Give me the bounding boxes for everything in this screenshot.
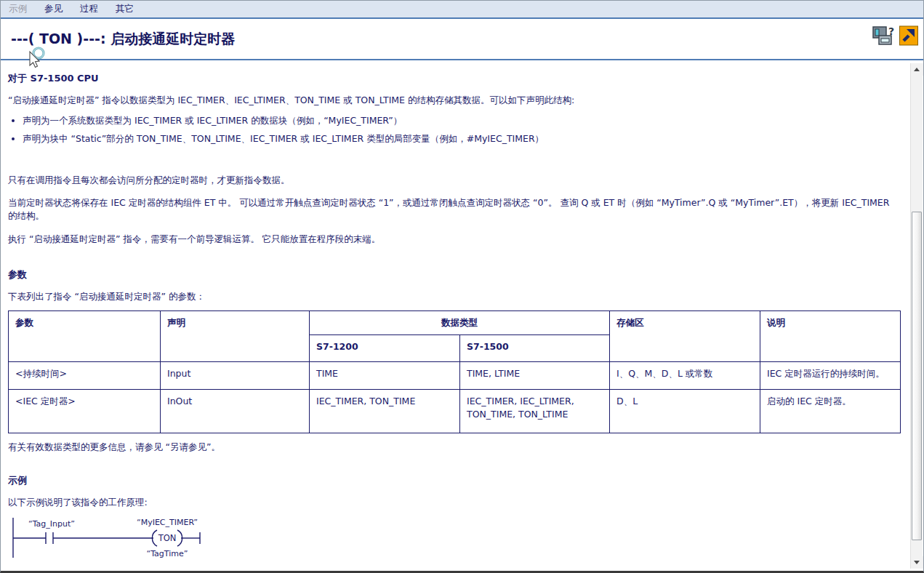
ton-coil: TON [152, 530, 182, 546]
cell-declaration: Input [161, 361, 310, 389]
menu-bar: 示例 参见 过程 其它 [1, 1, 923, 19]
list-item: 声明为块中 “Static”部分的 TON_TIME、TON_LTIME、IEC… [23, 132, 901, 145]
col-header-param: 参数 [9, 310, 161, 361]
title-icons: ? [871, 25, 918, 47]
col-header-memory: 存储区 [610, 310, 760, 361]
cell-param: <IEC 定时器> [9, 389, 161, 433]
col-header-description: 说明 [760, 310, 901, 361]
menu-item-procedure[interactable]: 过程 [80, 3, 98, 15]
cell-s7-1200: TIME [310, 361, 460, 389]
scroll-up-button[interactable] [911, 63, 923, 76]
coil-label-top: “MyIEC_TIMER” [137, 518, 198, 527]
menu-item-other[interactable]: 其它 [116, 3, 134, 15]
declaration-list: 声明为一个系统数据类型为 IEC_TIMER 或 IEC_LTIMER 的数据块… [8, 114, 901, 145]
section-heading-parameters: 参数 [8, 268, 901, 282]
cell-description: IEC 定时器运行的持续时间。 [760, 361, 901, 389]
ladder-diagram-ton: “Tag_Input” TON “MyIEC_TIMER” “TagTime” [9, 516, 217, 560]
col-header-declaration: 声明 [161, 310, 310, 361]
table-row: <IEC 定时器> InOut IEC_TIMER, TON_TIME IEC_… [9, 389, 901, 433]
vertical-scrollbar[interactable] [910, 63, 923, 569]
title-bar: ---( TON )---: 启动接通延时定时器 ? [1, 19, 923, 60]
menu-item-example[interactable]: 示例 [9, 3, 27, 15]
scroll-down-button[interactable] [911, 556, 923, 569]
page-title: ---( TON )---: 启动接通延时定时器 [11, 30, 235, 49]
triangle-down-icon [914, 561, 920, 564]
scrollbar-thumb[interactable] [912, 212, 922, 540]
col-header-datatype: 数据类型 [310, 310, 610, 334]
list-item: 声明为一个系统数据类型为 IEC_TIMER 或 IEC_LTIMER 的数据块… [23, 114, 901, 127]
parameters-intro: 下表列出了指令 “启动接通延时定时器” 的参数： [8, 290, 901, 303]
col-header-s7-1500: S7-1500 [460, 334, 610, 361]
cell-memory: I、Q、M、D、L 或常数 [610, 361, 760, 389]
cell-s7-1200: IEC_TIMER, TON_TIME [310, 389, 460, 433]
section-heading-example: 示例 [8, 474, 901, 488]
paragraph-placement: 执行 “启动接通延时定时器” 指令，需要有一个前导逻辑运算。 它只能放置在程序段… [8, 233, 901, 246]
coil-text: TON [158, 533, 177, 543]
paragraph-timer-status: 当前定时器状态将保存在 IEC 定时器的结构组件 ET 中。 可以通过常开触点查… [8, 196, 901, 223]
related-topics-icon[interactable]: ? [871, 25, 896, 47]
example-intro: 以下示例说明了该指令的工作原理: [8, 496, 901, 509]
cell-memory: D、L [610, 389, 760, 433]
parameters-table: 参数 声明 数据类型 存储区 说明 S7-1200 S7-1500 <持续时间>… [8, 310, 901, 433]
triangle-up-icon [914, 68, 920, 71]
menu-item-see-also[interactable]: 参见 [44, 3, 63, 15]
see-also-note: 有关有效数据类型的更多信息，请参见 “另请参见”。 [8, 441, 901, 454]
open-external-arrow-icon[interactable] [899, 25, 918, 46]
help-window: 示例 参见 过程 其它 ---( TON )---: 启动接通延时定时器 ? [0, 0, 924, 573]
contact-label: “Tag_Input” [28, 519, 75, 529]
normally-open-contact [46, 532, 53, 544]
cell-param: <持续时间> [9, 361, 161, 389]
col-header-s7-1200: S7-1200 [310, 334, 460, 361]
paragraph-datatypes: “启动接通延时定时器” 指令以数据类型为 IEC_TIMER、IEC_LTIME… [8, 94, 901, 107]
coil-label-bottom: “TagTime” [147, 549, 188, 558]
cell-description: 启动的 IEC 定时器。 [760, 389, 901, 433]
table-row: <持续时间> Input TIME TIME, LTIME I、Q、M、D、L … [9, 361, 901, 389]
cell-declaration: InOut [161, 389, 310, 433]
content-area: 对于 S7-1500 CPU “启动接通延时定时器” 指令以数据类型为 IEC_… [1, 63, 909, 569]
section-heading-cpu: 对于 S7-1500 CPU [8, 72, 901, 86]
example-paragraph-1: 当操作数 Tag_Input 的信号状态从 “0”变为 “1”时，执行 “启动接… [8, 567, 901, 569]
paragraph-update: 只有在调用指令且每次都会访问所分配的定时器时，才更新指令数据。 [8, 174, 901, 187]
cell-s7-1500: TIME, LTIME [460, 361, 610, 389]
table-header-row: 参数 声明 数据类型 存储区 说明 [9, 310, 901, 334]
cell-s7-1500: IEC_TIMER, IEC_LTIMER, TON_TIME, TON_LTI… [460, 389, 610, 433]
